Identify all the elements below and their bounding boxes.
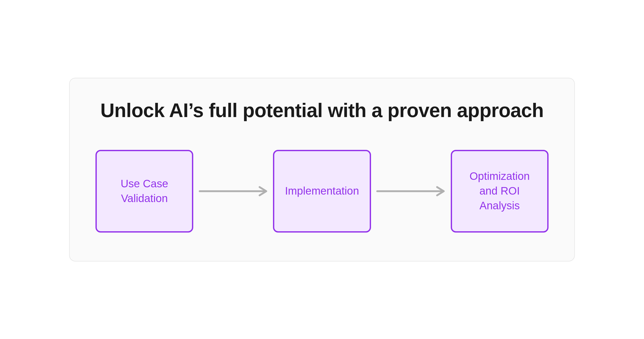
arrow-icon [371,186,451,196]
flow-row: Use Case Validation Implementation Optim… [95,150,549,233]
step-label: Optimization and ROI Analysis [460,169,540,213]
arrow-icon [193,186,273,196]
step-label: Use Case Validation [104,176,184,206]
step-label: Implementation [285,184,359,198]
diagram-panel: Unlock AI’s full potential with a proven… [69,78,575,261]
step-box-optimization-roi: Optimization and ROI Analysis [451,150,549,233]
diagram-title: Unlock AI’s full potential with a proven… [95,99,549,121]
step-box-use-case-validation: Use Case Validation [95,150,193,233]
step-box-implementation: Implementation [273,150,371,233]
